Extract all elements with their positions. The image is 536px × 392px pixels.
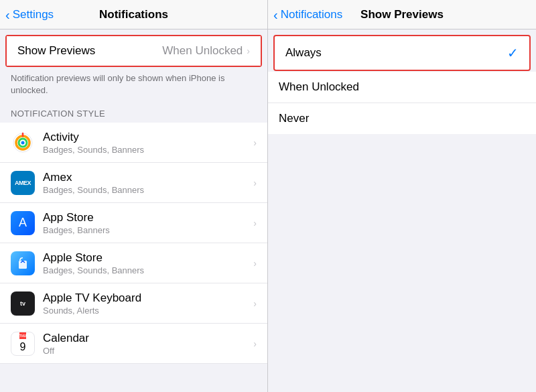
applestore-info: Apple Store Badges, Sounds, Banners (43, 251, 253, 275)
right-nav-title: Show Previews (360, 8, 444, 21)
option-always-check-icon: ✓ (507, 45, 519, 61)
appstore-chevron-icon: › (253, 218, 257, 228)
applestore-subtitle: Badges, Sounds, Banners (43, 265, 253, 275)
left-back-label: Settings (13, 8, 54, 21)
show-previews-chevron-icon: › (247, 46, 250, 56)
activity-name: Activity (43, 131, 253, 144)
amex-name: Amex (43, 171, 253, 184)
calendar-chevron-icon: › (253, 338, 257, 349)
calendar-name: Calendar (43, 332, 253, 345)
activity-icon (11, 131, 35, 155)
applestore-name: Apple Store (43, 251, 253, 265)
right-content: Always ✓ When Unlocked Never (268, 29, 536, 392)
left-back-button[interactable]: ‹ Settings (5, 8, 54, 21)
appletv-name: Apple TV Keyboard (43, 291, 253, 305)
app-row-appletv[interactable]: tv Apple TV Keyboard Sounds, Alerts › (0, 283, 267, 324)
applestore-chevron-icon: › (253, 258, 257, 269)
appletv-icon: tv (11, 291, 35, 316)
option-always-highlighted[interactable]: Always ✓ (273, 35, 531, 71)
show-previews-value: When Unlocked (162, 44, 243, 58)
calendar-subtitle: Off (43, 346, 253, 356)
amex-info: Amex Badges, Sounds, Banners (43, 171, 253, 195)
show-previews-label: Show Previews (17, 44, 162, 58)
app-row-appstore[interactable]: A App Store Badges, Banners › (0, 203, 267, 243)
left-nav-title: Notifications (99, 8, 168, 21)
activity-subtitle: Badges, Sounds, Banners (43, 145, 253, 155)
notification-style-header: NOTIFICATION STYLE (0, 105, 267, 123)
amex-subtitle: Badges, Sounds, Banners (43, 185, 253, 195)
option-when-unlocked-row[interactable]: When Unlocked (268, 72, 536, 103)
right-back-label: Notifications (281, 8, 343, 21)
activity-info: Activity Badges, Sounds, Banners (43, 131, 253, 155)
show-previews-description: Notification previews will only be shown… (0, 67, 267, 105)
right-back-chevron-icon: ‹ (273, 8, 278, 21)
left-panel: ‹ Settings Notifications Show Previews W… (0, 0, 268, 392)
show-previews-row[interactable]: Show Previews When Unlocked › (5, 35, 262, 67)
appstore-name: App Store (43, 211, 253, 224)
calendar-icon: THU 9 (11, 332, 35, 356)
app-row-applestore[interactable]: Apple Store Badges, Sounds, Banners › (0, 243, 267, 283)
top-spacer (268, 29, 536, 35)
left-nav-bar: ‹ Settings Notifications (0, 0, 267, 29)
applestore-icon (11, 251, 35, 275)
option-when-unlocked-label: When Unlocked (279, 80, 525, 94)
calendar-info: Calendar Off (43, 332, 253, 356)
appstore-icon: A (11, 211, 35, 235)
appstore-info: App Store Badges, Banners (43, 211, 253, 235)
amex-chevron-icon: › (253, 178, 257, 188)
amex-icon: AMEX (11, 171, 35, 195)
svg-point-4 (21, 141, 25, 144)
app-row-amex[interactable]: AMEX Amex Badges, Sounds, Banners › (0, 163, 267, 203)
svg-rect-6 (19, 261, 27, 269)
appletv-chevron-icon: › (253, 298, 257, 309)
option-never-label: Never (279, 112, 525, 125)
activity-chevron-icon: › (253, 137, 257, 148)
app-row-activity[interactable]: Activity Badges, Sounds, Banners › (0, 123, 267, 163)
right-back-button[interactable]: ‹ Notifications (273, 8, 342, 21)
right-panel: ‹ Notifications Show Previews Always ✓ W… (268, 0, 536, 392)
appletv-subtitle: Sounds, Alerts (43, 306, 253, 316)
right-nav-bar: ‹ Notifications Show Previews (268, 0, 536, 29)
appstore-subtitle: Badges, Banners (43, 225, 253, 235)
back-chevron-icon: ‹ (5, 8, 10, 21)
svg-text:A: A (19, 216, 27, 229)
left-content: Show Previews When Unlocked › Notificati… (0, 29, 267, 392)
appletv-info: Apple TV Keyboard Sounds, Alerts (43, 291, 253, 316)
option-never-row[interactable]: Never (268, 103, 536, 134)
option-always-label: Always (285, 46, 507, 60)
app-row-calendar[interactable]: THU 9 Calendar Off › (0, 324, 267, 364)
